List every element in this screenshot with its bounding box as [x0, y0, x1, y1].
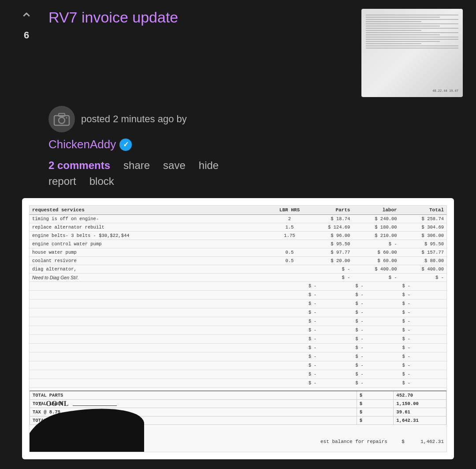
invoice-line-0: timing is off on engine- 2 $ 18.74 $ 240… [30, 215, 446, 223]
posted-time: posted 2 minutes ago by [81, 113, 187, 125]
hand-overlay-area [30, 394, 144, 452]
empty-row-9: $ - $ - $ - [30, 361, 446, 370]
grand-total-val: 1,642.31 [394, 416, 446, 425]
header-total: Total [400, 206, 446, 215]
share-link[interactable]: share [123, 159, 150, 172]
invoice-line-1: replace alternator rebuilt 1.5 $ 124.69 … [30, 223, 446, 232]
empty-row-7: $ - $ - $ - [30, 344, 446, 353]
post-container: ⌃ 6 RV7 invoice update [0, 0, 476, 469]
post-actions: 2 comments share save hide report block [13, 159, 463, 188]
svg-point-3 [66, 117, 67, 119]
total-parts-val: 452.70 [394, 391, 446, 400]
balance-label: est balance for repairs [320, 439, 387, 444]
grand-total-dollar: $ [357, 416, 394, 425]
invoice-content: requested services LBR HRS Parts labor T… [29, 205, 447, 452]
header-parts: Parts [306, 206, 353, 215]
title-area: RV7 invoice update [48, 9, 353, 26]
tax-dollar: $ [357, 408, 394, 416]
total-labor-val: 1,150.00 [394, 400, 446, 408]
invoice-header-row: requested services LBR HRS Parts labor T… [30, 206, 446, 215]
handwritten-note-row: Need to Diag Gen St//. $ - $ - $ - [30, 274, 446, 282]
total-labor-dollar: $ [357, 400, 394, 408]
empty-row-0: $ - $ - $ - [30, 282, 446, 291]
author-name[interactable]: ChickenAddy [48, 138, 116, 151]
action-row-1: 2 comments share save hide [48, 159, 463, 172]
balance-val: 1,462.31 [420, 439, 444, 444]
svg-point-1 [59, 117, 65, 124]
invoice-line-2: engine belts- 3 belts - $30,$22,$44 1.75… [30, 232, 446, 240]
invoice-line-5: coolant resivore 0.5 $ 20.00 $ 60.00 $ 8… [30, 257, 446, 265]
balance-dollar: $ [402, 439, 405, 444]
post-thumbnail[interactable]: 48.22.44 19.47 [361, 9, 463, 97]
save-link[interactable]: save [163, 159, 186, 172]
post-meta: posted 2 minutes ago by [13, 106, 463, 132]
header-service: requested services [30, 206, 273, 215]
empty-row-5: $ - $ - $ - [30, 326, 446, 335]
comments-link[interactable]: 2 comments [48, 159, 110, 172]
action-row-2: report block [48, 175, 463, 188]
author-line: ChickenAddy ✓ [13, 138, 463, 151]
invoice-line-4: house water pump 0.5 $ 97.77 $ 60.00 $ 1… [30, 248, 446, 257]
diag-row: diag alternator, $ - $ 400.00 $ 400.00 [30, 265, 446, 274]
avatar [48, 106, 75, 132]
upvote-button[interactable]: ⌃ [20, 11, 33, 27]
balance-row: est balance for repairs $ 1,462.31 [320, 439, 444, 444]
hide-link[interactable]: hide [199, 159, 219, 172]
empty-row-2: $ - $ - $ - [30, 300, 446, 308]
vote-count: 6 [24, 30, 29, 41]
empty-row-8: $ - $ - $ - [30, 353, 446, 361]
total-parts-dollar: $ [357, 391, 394, 400]
report-link[interactable]: report [48, 175, 76, 188]
invoice-wrapper: requested services LBR HRS Parts labor T… [22, 198, 454, 459]
tax-val: 39.61 [394, 408, 446, 416]
invoice-table: requested services LBR HRS Parts labor T… [30, 206, 446, 388]
vote-section: ⌃ 6 [13, 9, 40, 41]
verified-badge: ✓ [119, 139, 132, 151]
empty-row-10: $ - $ - $ - [30, 370, 446, 379]
empty-row-11: $ - $ - $ - [30, 379, 446, 388]
post-header: ⌃ 6 RV7 invoice update [13, 9, 463, 97]
hand-shape [30, 399, 144, 452]
empty-row-6: $ - $ - $ - [30, 335, 446, 344]
block-link[interactable]: block [89, 175, 114, 188]
empty-row-4: $ - $ - $ - [30, 317, 446, 326]
post-title: RV7 invoice update [48, 9, 353, 26]
empty-row-1: $ - $ - $ - [30, 291, 446, 300]
header-lbr: LBR HRS [273, 206, 306, 215]
invoice-line-3: engine control water pump $ 95.50 $ - $ … [30, 240, 446, 248]
header-labor: labor [353, 206, 399, 215]
empty-row-3: $ - $ - $ - [30, 308, 446, 317]
